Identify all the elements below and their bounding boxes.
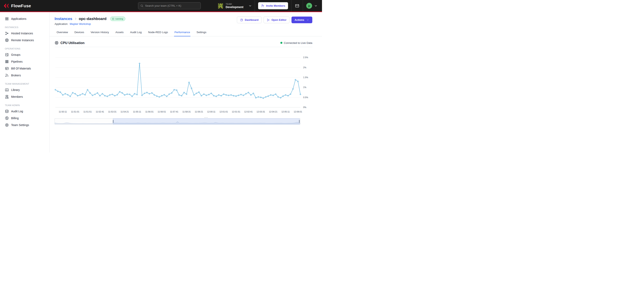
avatar: jp <box>306 3 312 9</box>
remote-instances-icon <box>5 38 9 42</box>
sidebar-item-label: Billing <box>11 117 18 120</box>
tab-assets[interactable]: Assets <box>115 29 124 36</box>
user-menu[interactable]: jp <box>303 3 318 9</box>
svg-text:11:56:51: 11:56:51 <box>158 110 166 113</box>
tab-node-red-logs[interactable]: Node-RED Logs <box>148 29 168 36</box>
navbar-right-cluster: TEAM: Development Invite Members jp <box>215 0 318 11</box>
search-icon <box>140 4 144 7</box>
navigator-right-handle[interactable] <box>299 120 300 123</box>
section-title: CPU Utilisation <box>54 41 84 45</box>
search-input[interactable] <box>145 4 198 7</box>
sidebar-item-brokers[interactable]: Brokers <box>0 72 49 79</box>
user-plus-icon <box>261 4 264 7</box>
sidebar-item-remote-instances[interactable]: Remote Instances <box>0 37 49 44</box>
tab-bar: OverviewDevicesVersion HistoryAssetsAudi… <box>50 29 322 36</box>
chevron-down-icon <box>306 18 309 21</box>
sidebar-nav: ApplicationsINSTANCESHosted InstancesRem… <box>0 12 50 152</box>
top-navbar: FlowFuse TEAM: Development <box>0 0 322 11</box>
open-editor-button[interactable]: Open Editor <box>264 16 290 23</box>
svg-text:12:01:01: 12:01:01 <box>220 110 228 113</box>
sidebar-item-billing[interactable]: Billing <box>0 115 49 122</box>
sidebar-item-label: Brokers <box>11 74 21 77</box>
invite-members-label: Invite Members <box>266 4 285 7</box>
svg-text:12:00:11: 12:00:11 <box>207 110 216 113</box>
flowfuse-logo-icon <box>3 3 9 9</box>
chevron-down-icon <box>248 4 252 7</box>
actions-button[interactable]: Actions <box>292 16 312 23</box>
live-status: Connected to Live Data <box>280 41 312 44</box>
svg-text:11:57:41: 11:57:41 <box>170 110 178 113</box>
navigator-left-handle[interactable] <box>113 120 114 123</box>
application-line: Application: Mayker Workshop <box>54 22 125 25</box>
sidebar-item-hosted-instances[interactable]: Hosted Instances <box>0 30 49 37</box>
mail-icon[interactable] <box>295 4 299 8</box>
team-selector[interactable]: TEAM: Development <box>215 0 255 11</box>
sidebar-item-library[interactable]: Library <box>0 86 49 93</box>
svg-text:12:01:51: 12:01:51 <box>232 110 240 113</box>
svg-text:11:54:21: 11:54:21 <box>120 110 129 113</box>
page-title: opc-dashboard <box>79 16 106 21</box>
tab-performance[interactable]: Performance <box>174 29 190 36</box>
sidebar-section-title-team-management: TEAM MANAGEMENT <box>0 83 49 85</box>
sidebar-item-label: Library <box>11 88 20 91</box>
sidebar-item-label: Audit Log <box>11 110 23 113</box>
chevron-right-icon <box>74 17 77 20</box>
sidebar-item-team-settings[interactable]: Team Settings <box>0 122 49 128</box>
breadcrumb-instances-link[interactable]: Instances <box>54 16 72 21</box>
dashboard-button[interactable]: Dashboard <box>237 16 262 23</box>
svg-text:12:06:01: 12:06:01 <box>294 110 302 113</box>
svg-text:0%: 0% <box>303 106 306 108</box>
flowfuse-logo[interactable]: FlowFuse <box>3 3 31 9</box>
sidebar-item-bill-of-materials[interactable]: Bill Of Materials <box>0 65 49 72</box>
tab-overview[interactable]: Overview <box>56 29 68 36</box>
tab-version-history[interactable]: Version History <box>90 29 109 36</box>
tab-devices[interactable]: Devices <box>74 29 84 36</box>
sidebar-section-title-instances: INSTANCES <box>0 26 49 28</box>
cpu-icon <box>54 41 58 45</box>
applications-icon <box>5 17 9 21</box>
svg-text:11:59:21: 11:59:21 <box>195 110 203 113</box>
billing-icon <box>5 116 9 120</box>
svg-text:11:55:11: 11:55:11 <box>133 110 141 113</box>
pipelines-icon <box>5 60 9 64</box>
sidebar-item-groups[interactable]: Groups <box>0 51 49 58</box>
team-search[interactable] <box>138 2 201 9</box>
groups-icon <box>5 53 9 57</box>
chevron-down-icon <box>314 4 318 7</box>
team-settings-icon <box>5 123 9 127</box>
navigator-drag-dots[interactable]: ··· <box>204 117 208 119</box>
svg-text:12:05:11: 12:05:11 <box>281 110 290 113</box>
play-circle-icon <box>112 17 114 20</box>
tab-settings[interactable]: Settings <box>196 29 207 36</box>
sidebar-item-pipelines[interactable]: Pipelines <box>0 58 49 65</box>
team-name: Development <box>226 5 243 9</box>
svg-text:0.5%: 0.5% <box>303 96 308 99</box>
sidebar-item-applications[interactable]: Applications <box>0 15 49 22</box>
invite-members-button[interactable]: Invite Members <box>258 2 288 9</box>
application-link[interactable]: Mayker Workshop <box>70 22 91 25</box>
sidebar-item-audit-log[interactable]: Audit Log <box>0 108 49 115</box>
svg-text:11:53:31: 11:53:31 <box>108 110 116 113</box>
svg-text:11:51:01: 11:51:01 <box>71 110 79 113</box>
application-label: Application: <box>54 22 68 25</box>
svg-text:11:50:11: 11:50:11 <box>59 110 67 113</box>
svg-text:12:04:21: 12:04:21 <box>269 110 278 113</box>
sidebar-item-label: Members <box>11 95 23 98</box>
brokers-icon <box>5 73 9 77</box>
sidebar-item-members[interactable]: Members <box>0 93 49 100</box>
brand-name: FlowFuse <box>11 3 31 8</box>
svg-text:11:56:01: 11:56:01 <box>145 110 154 113</box>
sidebar-item-label: Remote Instances <box>11 38 34 42</box>
live-status-label: Connected to Live Data <box>284 41 312 44</box>
chart-range-navigator[interactable]: ··· <box>54 118 300 124</box>
sidebar-item-label: Team Settings <box>11 123 29 127</box>
status-badge-label: running <box>116 17 123 20</box>
bom-icon <box>5 66 9 70</box>
navigator-selection[interactable]: ··· <box>113 118 300 124</box>
editor-icon <box>266 18 270 22</box>
svg-text:2.5%: 2.5% <box>303 56 308 58</box>
svg-text:12:03:31: 12:03:31 <box>256 110 265 113</box>
library-icon <box>5 88 9 92</box>
svg-text:1%: 1% <box>303 86 306 88</box>
tab-audit-log[interactable]: Audit Log <box>130 29 142 36</box>
